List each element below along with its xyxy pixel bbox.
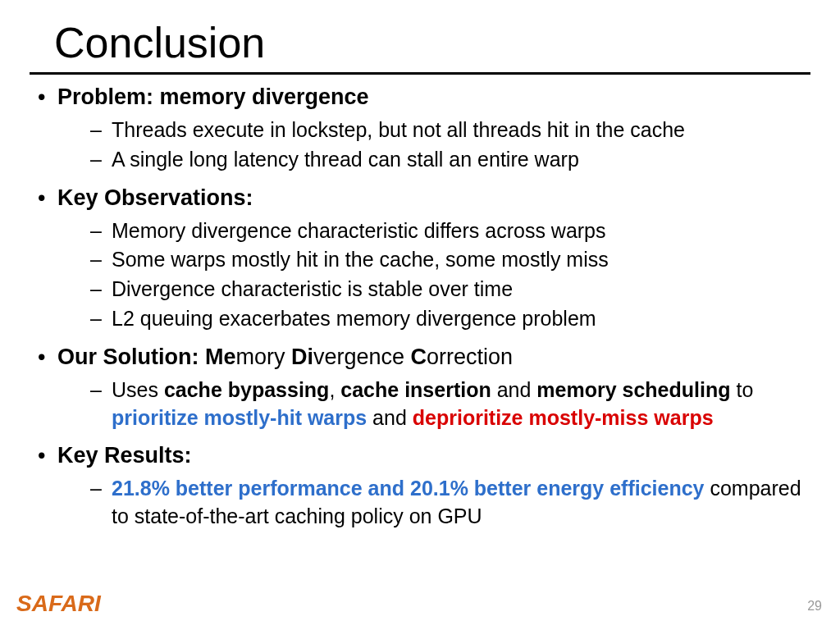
- bullet-item: Some warps mostly hit in the cache, some…: [87, 246, 810, 274]
- slide-title: Conclusion: [54, 18, 810, 67]
- heading-c-bold: C: [411, 345, 427, 369]
- bullet-item: Threads execute in lockstep, but not all…: [87, 116, 810, 144]
- section-heading: Key Observations:: [57, 185, 253, 210]
- sub-list: 21.8% better performance and 20.1% bette…: [57, 475, 810, 531]
- text-run: ,: [329, 378, 340, 401]
- bullet-item: L2 queuing exacerbates memory divergence…: [87, 305, 810, 333]
- page-number: 29: [807, 599, 822, 614]
- text-run: Uses: [112, 378, 164, 401]
- section-results: Key Results: 21.8% better performance an…: [33, 441, 810, 531]
- section-problem: Problem: memory divergence Threads execu…: [33, 83, 810, 174]
- text-run: to: [730, 378, 753, 401]
- heading-me-bold: Me: [205, 345, 236, 369]
- heading-prefix: Our Solution:: [57, 345, 205, 369]
- text-run: deprioritize mostly-miss warps: [413, 406, 714, 429]
- heading-me-rest: mory: [236, 345, 292, 369]
- heading-di-rest: vergence: [313, 345, 411, 369]
- text-run: prioritize mostly-hit warps: [112, 406, 367, 429]
- bullet-item: Divergence characteristic is stable over…: [87, 276, 810, 304]
- sub-list: Threads execute in lockstep, but not all…: [57, 116, 810, 174]
- bullet-item: 21.8% better performance and 20.1% bette…: [87, 475, 810, 531]
- sub-list: Memory divergence characteristic differs…: [57, 217, 810, 333]
- heading-c-rest: orrection: [427, 345, 513, 369]
- bullet-item: A single long latency thread can stall a…: [87, 146, 810, 174]
- safari-logo: SAFARI: [16, 591, 101, 617]
- section-solution: Our Solution: Memory Divergence Correcti…: [33, 343, 810, 432]
- sub-list: Uses cache bypassing, cache insertion an…: [57, 377, 810, 432]
- heading-di-bold: Di: [291, 345, 313, 369]
- text-run: 21.8% better performance and 20.1% bette…: [112, 477, 705, 500]
- section-observations: Key Observations: Memory divergence char…: [33, 184, 810, 333]
- bullet-item: Uses cache bypassing, cache insertion an…: [87, 377, 810, 432]
- section-heading: Problem: memory divergence: [57, 84, 369, 109]
- bullet-item: Memory divergence characteristic differs…: [87, 217, 810, 245]
- text-run: cache bypassing: [164, 378, 329, 401]
- text-run: and: [491, 378, 537, 401]
- section-heading: Key Results:: [57, 443, 192, 468]
- slide: Conclusion Problem: memory divergence Th…: [0, 0, 840, 531]
- text-run: memory scheduling: [536, 378, 730, 401]
- text-run: cache insertion: [340, 378, 491, 401]
- title-underline: [30, 72, 810, 75]
- content-list: Problem: memory divergence Threads execu…: [30, 83, 810, 531]
- text-run: and: [367, 406, 413, 429]
